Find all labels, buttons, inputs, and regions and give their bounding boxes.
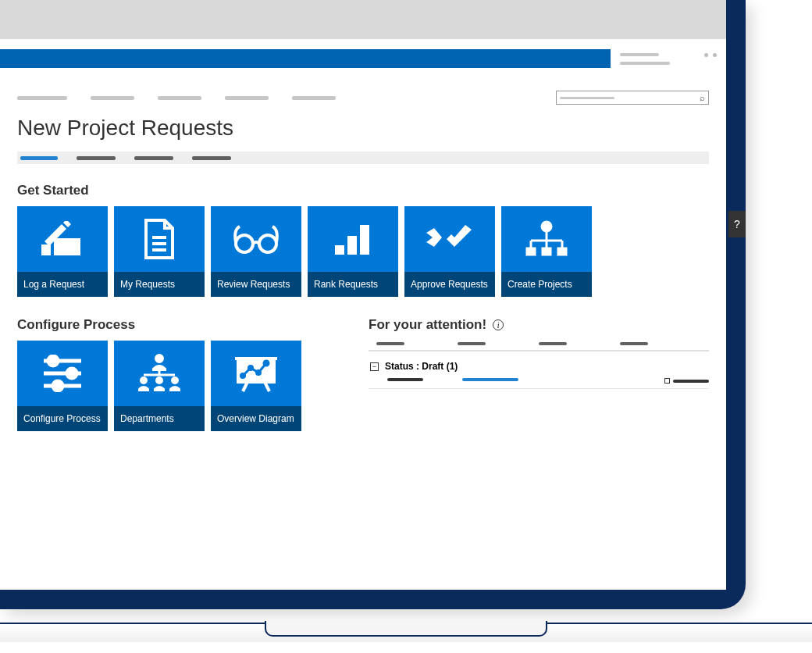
org-chart-icon <box>114 341 205 406</box>
window-control-dot[interactable] <box>713 53 717 57</box>
presentation-icon <box>211 341 301 406</box>
checkbox-icon[interactable] <box>664 378 670 384</box>
tab-strip <box>17 152 709 164</box>
header-placeholder <box>620 53 659 56</box>
tab-item[interactable] <box>134 156 173 160</box>
tile-label: Rank Requests <box>308 272 398 297</box>
header-placeholder <box>620 62 670 65</box>
status-group[interactable]: − Status : Draft (1) <box>369 361 709 372</box>
svg-point-24 <box>155 355 163 362</box>
ribbon-bar <box>0 49 611 68</box>
data-cell <box>673 380 709 383</box>
tile-departments[interactable]: Departments <box>114 341 205 431</box>
tile-my-requests[interactable]: My Requests <box>114 206 205 297</box>
nav-item[interactable] <box>91 96 134 100</box>
help-button[interactable]: ? <box>728 211 746 237</box>
help-icon: ? <box>734 218 740 230</box>
tile-approve-requests[interactable]: Approve Requests <box>404 206 495 297</box>
svg-rect-8 <box>360 225 369 255</box>
section-get-started: Get Started <box>17 183 709 198</box>
approve-icon <box>404 206 495 272</box>
section-configure: Configure Process <box>17 317 314 333</box>
svg-point-21 <box>67 369 77 378</box>
svg-point-35 <box>241 374 245 378</box>
column-header[interactable] <box>376 342 404 345</box>
configure-tiles: Configure Process Departments <box>17 341 314 431</box>
tile-label: Overview Diagram <box>211 406 301 431</box>
tile-configure-process[interactable]: Configure Process <box>17 341 108 431</box>
svg-point-23 <box>53 381 62 391</box>
document-icon <box>114 206 205 272</box>
tile-log-request[interactable]: Log a Request <box>17 206 108 297</box>
svg-rect-15 <box>527 248 535 255</box>
status-label: Status : Draft (1) <box>385 361 458 372</box>
tile-label: Create Projects <box>501 272 592 297</box>
sliders-icon <box>17 341 108 406</box>
tile-label: Log a Request <box>17 272 108 297</box>
edit-icon <box>17 206 108 272</box>
tile-rank-requests[interactable]: Rank Requests <box>308 206 398 297</box>
nav-item[interactable] <box>292 96 336 100</box>
section-attention: For your attention! <box>369 317 486 333</box>
window-control-dot[interactable] <box>704 53 708 57</box>
svg-rect-7 <box>347 236 357 255</box>
column-header[interactable] <box>458 342 486 345</box>
data-cell <box>387 378 423 381</box>
bar-chart-icon <box>308 206 398 272</box>
svg-point-5 <box>259 235 276 252</box>
search-icon[interactable]: ⌕ <box>700 93 705 102</box>
svg-point-4 <box>236 235 253 252</box>
tile-label: Configure Process <box>17 406 108 431</box>
tile-label: Departments <box>114 406 205 431</box>
search-input[interactable]: ⌕ <box>556 91 709 105</box>
svg-point-36 <box>249 366 253 370</box>
search-placeholder <box>560 97 614 99</box>
svg-point-28 <box>156 377 162 384</box>
top-nav: ⌕ <box>17 91 709 105</box>
info-icon[interactable]: i <box>493 319 504 330</box>
column-header[interactable] <box>620 342 648 345</box>
tile-review-requests[interactable]: Review Requests <box>211 206 301 297</box>
tab-item[interactable] <box>77 156 116 160</box>
tab-active[interactable] <box>20 156 58 160</box>
tile-label: Approve Requests <box>404 272 495 297</box>
data-cell-link[interactable] <box>462 378 518 381</box>
titlebar <box>0 0 726 39</box>
svg-point-34 <box>264 361 269 366</box>
svg-rect-16 <box>543 248 550 255</box>
collapse-icon[interactable]: − <box>370 362 379 371</box>
svg-rect-17 <box>558 248 566 255</box>
column-header[interactable] <box>539 342 567 345</box>
get-started-tiles: Log a Request My Requests Review Request… <box>17 206 709 297</box>
nav-item[interactable] <box>225 96 269 100</box>
tile-overview-diagram[interactable]: Overview Diagram <box>211 341 301 431</box>
svg-point-27 <box>141 377 147 384</box>
hierarchy-icon <box>501 206 592 272</box>
svg-rect-6 <box>335 245 344 255</box>
tile-label: My Requests <box>114 272 205 297</box>
glasses-icon <box>211 206 301 272</box>
page-title: New Project Requests <box>17 116 709 141</box>
svg-marker-0 <box>63 221 71 227</box>
attention-columns <box>369 342 709 351</box>
svg-point-9 <box>542 222 551 231</box>
tile-create-projects[interactable]: Create Projects <box>501 206 592 297</box>
laptop-notch <box>265 621 547 637</box>
nav-item[interactable] <box>158 96 201 100</box>
svg-point-19 <box>48 356 58 366</box>
svg-point-37 <box>257 371 261 375</box>
tab-item[interactable] <box>192 156 231 160</box>
header <box>0 39 726 78</box>
status-data-row[interactable] <box>369 378 709 389</box>
nav-item[interactable] <box>17 96 67 100</box>
svg-point-29 <box>172 377 178 384</box>
tile-label: Review Requests <box>211 272 301 297</box>
